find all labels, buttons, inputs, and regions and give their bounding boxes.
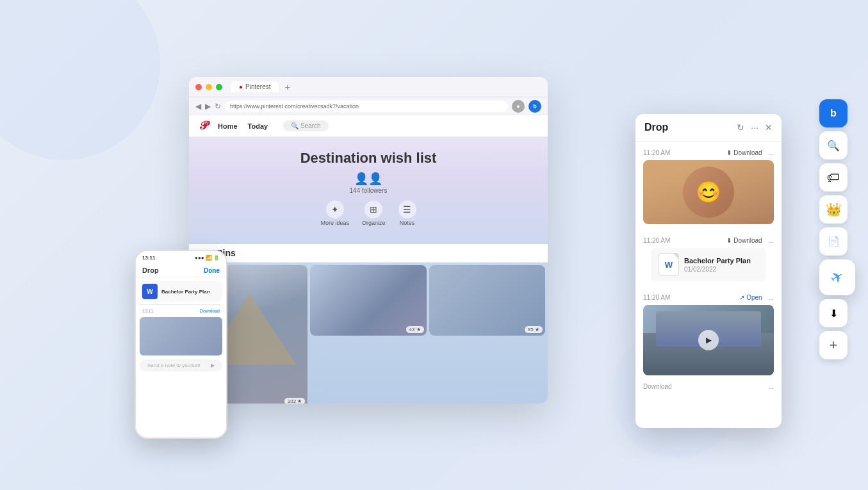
pinterest-nav: 𝒫 Home Today 🔍 Search xyxy=(189,115,548,137)
drop-message-1: 11:20 AM ⬇ Download ... 😊 xyxy=(635,145,782,228)
url-bar[interactable]: https://www.pinterest.com/creativecsadk7… xyxy=(225,101,508,112)
phone-word-icon: W xyxy=(142,284,158,299)
drop-msg-actions-2: ⬇ Download ... xyxy=(726,237,774,244)
drop-msg-dots-4[interactable]: ... xyxy=(769,383,774,390)
maximize-dot[interactable] xyxy=(216,84,222,90)
gift-sidebar-icon[interactable]: 👑 xyxy=(819,195,848,224)
pinterest-logo: 𝒫 xyxy=(199,119,208,133)
drop-panel-title: Drop xyxy=(644,122,668,133)
phone-send-icon[interactable]: ▶ xyxy=(211,363,215,368)
drop-msg-time-2: 11:20 AM ⬇ Download ... xyxy=(643,237,774,244)
drop-message-2: 11:20 AM ⬇ Download ... W Bachelor Party… xyxy=(635,233,782,285)
pin-badge-3: 95 ★ xyxy=(525,326,543,333)
drop-panel: Drop ↻ ··· ✕ 11:20 AM ⬇ Download ... xyxy=(635,114,782,428)
reload-button[interactable]: ↻ xyxy=(215,102,221,111)
pin-item-2[interactable]: 43 ★ xyxy=(310,265,426,336)
add-sidebar-button[interactable]: + xyxy=(819,331,848,359)
bezel-browser-icon[interactable]: b xyxy=(528,100,541,113)
drop-msg-dots-3[interactable]: ... xyxy=(769,294,774,301)
person-photo: 😊 xyxy=(643,160,774,224)
drop-file-info: Bachelor Party Plan 01/02/2022 xyxy=(684,257,758,273)
phone-content: W Bachelor Party Plan 13:11 Download Sen… xyxy=(136,277,226,375)
pin-badge-2: 43 ★ xyxy=(406,326,424,333)
download-sidebar-icon[interactable]: ⬇ xyxy=(819,299,848,327)
drop-file-name: Bachelor Party Plan xyxy=(684,257,758,265)
drop-bottom-time: Download ... xyxy=(643,383,774,390)
drop-msg-actions-3: ↗ Open ... xyxy=(739,294,774,301)
drop-msg-time-3: 11:20 AM ↗ Open ... xyxy=(643,294,774,301)
drop-header-actions: ↻ ··· ✕ xyxy=(737,122,773,133)
phone-note-input[interactable]: Send a note to yourself ▶ xyxy=(140,359,222,372)
phone-mockup: 13:11 ●●● 📶 🔋 Drop Done W Bachelor Party… xyxy=(135,250,227,439)
phone-file-item[interactable]: W Bachelor Party Plan xyxy=(140,281,222,302)
phone-divider xyxy=(140,304,222,305)
pins-count-label: 126 Pins xyxy=(189,244,548,263)
drop-landscape-image[interactable]: ▶ xyxy=(643,305,774,375)
notes-action[interactable]: ☰ Notes xyxy=(398,200,416,226)
pinterest-today[interactable]: Today xyxy=(248,122,268,130)
tag-sidebar-icon[interactable]: 🏷 xyxy=(819,163,848,192)
browser-tab[interactable]: ● Pinterest xyxy=(231,81,279,92)
pinterest-home[interactable]: Home xyxy=(218,122,238,130)
more-ideas-action[interactable]: ✦ More ideas xyxy=(320,200,349,226)
back-button[interactable]: ◀ xyxy=(195,102,201,111)
phone-status-bar: 13:11 ●●● 📶 🔋 xyxy=(136,251,226,264)
search-sidebar-icon[interactable]: 🔍 xyxy=(819,131,848,159)
board-actions: ✦ More ideas ⊞ Organize ☰ Notes xyxy=(202,200,535,226)
profile-button[interactable]: ● xyxy=(512,100,525,113)
phone-done-button[interactable]: Done xyxy=(204,267,220,274)
drop-message-4: Download ... xyxy=(635,379,782,396)
browser-controls: ◀ ▶ ↻ https://www.pinterest.com/creative… xyxy=(189,97,548,115)
drop-msg-dots-2[interactable]: ... xyxy=(769,237,774,244)
drop-panel-content: 11:20 AM ⬇ Download ... 😊 xyxy=(635,142,782,425)
drop-more-icon[interactable]: ··· xyxy=(751,122,758,133)
drop-msg-dots-1[interactable]: ... xyxy=(769,149,774,156)
phone-download-button[interactable]: Download xyxy=(200,309,220,313)
pinterest-hero: Destination wish list 👤👤 144 followers ✦… xyxy=(189,137,548,244)
doc-sidebar-icon[interactable]: 📄 xyxy=(819,227,848,256)
drop-image-person[interactable]: 😊 xyxy=(643,160,774,224)
forward-button[interactable]: ▶ xyxy=(205,102,211,111)
pins-grid: 102 ★ 43 ★ 95 ★ xyxy=(189,263,548,404)
drop-play-button[interactable]: ▶ xyxy=(698,330,719,350)
drop-msg-time-1: 11:20 AM ⬇ Download ... xyxy=(643,149,774,156)
drop-divider-2 xyxy=(635,285,782,290)
organize-action[interactable]: ⊞ Organize xyxy=(362,200,386,226)
drop-divider-1 xyxy=(635,228,782,233)
drop-file-item[interactable]: W Bachelor Party Plan 01/02/2022 xyxy=(651,248,766,281)
board-avatar: 👤👤 xyxy=(202,172,535,186)
sidebar-icons: b 🔍 🏷 👑 📄 ✈ ⬇ + xyxy=(819,99,855,359)
phone-header: Drop Done xyxy=(136,264,226,277)
pin-badge-1: 102 ★ xyxy=(284,398,306,404)
browser-window: ● Pinterest + ◀ ▶ ↻ https://www.pinteres… xyxy=(189,77,548,404)
pin-item-3[interactable]: 95 ★ xyxy=(429,265,545,336)
bezel-app-icon[interactable]: b xyxy=(819,99,848,127)
phone-image-preview xyxy=(140,317,222,355)
close-dot[interactable] xyxy=(195,84,202,90)
drop-open-btn[interactable]: ↗ Open xyxy=(739,294,762,301)
new-tab-button[interactable]: + xyxy=(285,82,290,92)
drop-file-date: 01/02/2022 xyxy=(684,266,758,273)
board-title: Destination wish list xyxy=(202,150,535,167)
drop-download-btn-1[interactable]: ⬇ Download xyxy=(726,149,762,156)
minimize-dot[interactable] xyxy=(206,84,212,90)
browser-titlebar: ● Pinterest + xyxy=(189,77,548,97)
paper-plane-sidebar-icon[interactable]: ✈ xyxy=(819,259,855,295)
phone-timestamp: 13:11 Download xyxy=(140,307,222,314)
drop-refresh-icon[interactable]: ↻ xyxy=(737,122,744,133)
drop-close-icon[interactable]: ✕ xyxy=(765,122,773,133)
drop-download-btn-2[interactable]: ⬇ Download xyxy=(726,237,762,244)
drop-msg-actions-1: ⬇ Download ... xyxy=(726,149,774,156)
drop-message-3: 11:20 AM ↗ Open ... ▶ xyxy=(635,290,782,379)
drop-word-icon: W xyxy=(659,253,679,276)
pinterest-search[interactable]: 🔍 Search xyxy=(283,120,328,131)
followers-count: 144 followers xyxy=(202,187,535,194)
drop-panel-header: Drop ↻ ··· ✕ xyxy=(635,114,782,142)
